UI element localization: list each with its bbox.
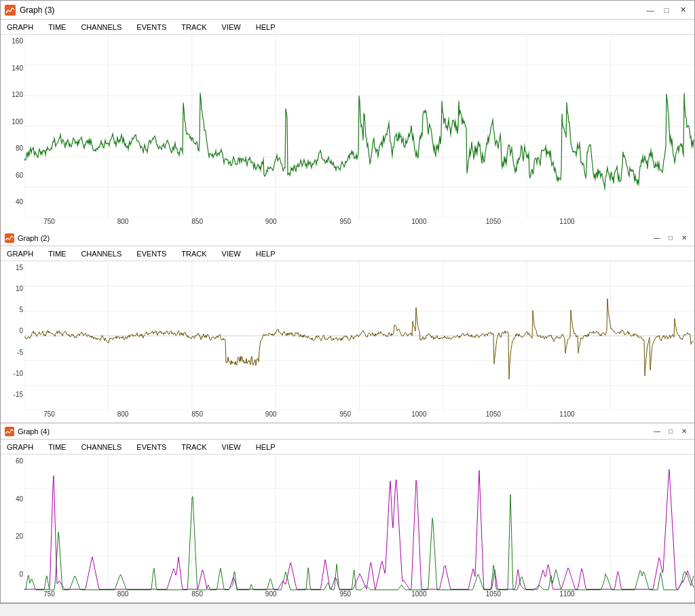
graph3-y-axis: 160 140 120 100 80 60 40	[1, 35, 24, 218]
graph2-title-bar: Graph (2) — □ ✕	[1, 230, 694, 246]
title-bar-controls: — □ ✕	[643, 4, 690, 16]
menu2-channels[interactable]: CHANNELS	[79, 249, 124, 258]
graph4-title-text: Graph (4)	[18, 427, 50, 436]
menu-time[interactable]: TIME	[46, 22, 68, 32]
graph3-x-axis: 750 800 850 900 950 1000 1050 1100	[1, 218, 694, 230]
graph3-x-labels: 750 800 850 900 950 1000 1050 1100	[24, 218, 694, 229]
close-button[interactable]: ✕	[675, 4, 690, 16]
menu2-view[interactable]: VIEW	[220, 249, 243, 258]
graph4-panel: Graph (4) — □ ✕ GRAPH TIME CHANNELS EVEN…	[1, 423, 694, 603]
menu-channels[interactable]: CHANNELS	[79, 22, 124, 32]
graph4-x-labels: 750 800 850 900 950 1000 1050 1100	[24, 590, 694, 601]
title-bar-left: Graph (3)	[5, 5, 54, 16]
maximize-button[interactable]: □	[659, 4, 674, 16]
graph2-panel: Graph (2) — □ ✕ GRAPH TIME CHANNELS EVEN…	[1, 230, 694, 423]
menubar-graph2: GRAPH TIME CHANNELS EVENTS TRACK VIEW HE…	[1, 246, 694, 261]
graph3-area: 160 140 120 100 80 60 40	[1, 35, 694, 218]
graph4-minimize[interactable]: —	[651, 426, 663, 437]
graph4-close[interactable]: ✕	[678, 426, 690, 437]
graph2-canvas-wrapper	[24, 261, 694, 410]
title-text: Graph (3)	[20, 5, 54, 15]
menu-view[interactable]: VIEW	[220, 22, 243, 32]
graph4-x-axis: 750 800 850 900 950 1000 1050 1100	[1, 590, 694, 602]
graph2-maximize[interactable]: □	[664, 233, 677, 244]
menu-help[interactable]: HELP	[254, 22, 278, 32]
graph2-icon	[5, 233, 14, 243]
graph3-canvas	[24, 35, 694, 218]
menu4-track[interactable]: TRACK	[179, 442, 208, 452]
graph4-maximize[interactable]: □	[664, 426, 677, 437]
graph2-controls: — □ ✕	[651, 233, 690, 244]
graph2-x-labels: 750 800 850 900 950 1000 1050 1100	[24, 410, 694, 421]
minimize-button[interactable]: —	[643, 4, 658, 16]
menu4-events[interactable]: EVENTS	[134, 442, 168, 452]
menu-events[interactable]: EVENTS	[134, 22, 168, 32]
menubar-graph3: GRAPH TIME CHANNELS EVENTS TRACK VIEW HE…	[1, 20, 694, 35]
graph4-title-bar: Graph (4) — □ ✕	[1, 423, 694, 440]
svg-rect-2	[5, 427, 14, 436]
graph2-title-left: Graph (2)	[5, 233, 50, 243]
graph4-y-axis: 60 40 20 0	[1, 455, 24, 590]
menu4-graph[interactable]: GRAPH	[5, 442, 35, 452]
menu4-time[interactable]: TIME	[46, 442, 68, 452]
menu2-track[interactable]: TRACK	[179, 249, 208, 258]
graph3-canvas-wrapper	[24, 35, 694, 218]
svg-rect-1	[5, 233, 14, 243]
graph4-canvas	[24, 455, 694, 590]
menu4-channels[interactable]: CHANNELS	[79, 442, 124, 452]
graph2-minimize[interactable]: —	[651, 233, 663, 244]
graph2-canvas	[24, 261, 694, 410]
graph2-x-axis: 750 800 850 900 950 1000 1050 1100	[1, 410, 694, 423]
graph2-title-text: Graph (2)	[18, 234, 50, 242]
svg-rect-0	[5, 5, 16, 16]
graph4-controls: — □ ✕	[651, 426, 690, 437]
main-window: Graph (3) — □ ✕ GRAPH TIME CHANNELS EVEN…	[0, 0, 695, 604]
menu-graph[interactable]: GRAPH	[5, 22, 35, 32]
graph4-area: 60 40 20 0	[1, 455, 694, 590]
menu2-events[interactable]: EVENTS	[134, 249, 168, 258]
menu2-graph[interactable]: GRAPH	[5, 249, 35, 258]
graph2-close[interactable]: ✕	[678, 233, 690, 244]
menu2-time[interactable]: TIME	[46, 249, 68, 258]
graph2-y-axis: 15 10 5 0 -5 -10 -15	[1, 261, 24, 410]
menu4-help[interactable]: HELP	[254, 442, 278, 452]
graph2-area: 15 10 5 0 -5 -10 -15	[1, 261, 694, 410]
graph4-icon	[5, 427, 14, 436]
title-bar-graph3: Graph (3) — □ ✕	[1, 1, 694, 20]
menubar-graph4: GRAPH TIME CHANNELS EVENTS TRACK VIEW HE…	[1, 440, 694, 455]
graph4-canvas-wrapper	[24, 455, 694, 590]
menu4-view[interactable]: VIEW	[220, 442, 243, 452]
app-icon	[5, 5, 16, 16]
menu2-help[interactable]: HELP	[254, 249, 278, 258]
menu-track[interactable]: TRACK	[179, 22, 208, 32]
graph4-title-left: Graph (4)	[5, 427, 50, 436]
